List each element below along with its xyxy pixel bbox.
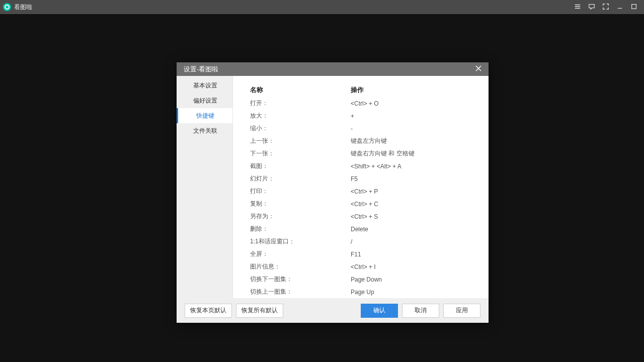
table-row: 打开：<Ctrl> + O (250, 97, 478, 110)
shortcut-key: + (351, 113, 478, 120)
restore-all-defaults-button[interactable]: 恢复所有默认 (236, 304, 283, 318)
app-titlebar: 看图啦 (0, 0, 644, 14)
dialog-close-button[interactable] (473, 64, 484, 74)
table-row: 图片信息：<Ctrl> + I (250, 260, 478, 273)
shortcut-name: 放大： (250, 112, 351, 120)
shortcut-key: <Ctrl> + S (351, 213, 478, 220)
shortcuts-panel: 名称 操作 打开：<Ctrl> + O放大：+缩小：-上一张：键盘左方向键下一张… (233, 76, 489, 298)
feedback-button[interactable] (585, 0, 599, 14)
app-logo-icon (3, 3, 11, 11)
shortcut-name: 打印： (250, 187, 351, 196)
column-header-name: 名称 (250, 85, 351, 95)
table-row: 全屏：F11 (250, 248, 478, 260)
shortcut-key: <Ctrl> + I (351, 263, 478, 270)
shortcut-key: - (351, 125, 478, 132)
shortcut-name: 图片信息： (250, 262, 351, 271)
dialog-titlebar: 设置-看图啦 (177, 62, 489, 76)
table-row: 切换上一图集：Page Up (250, 286, 478, 298)
minimize-button[interactable] (613, 0, 627, 14)
sidebar-item-3[interactable]: 文件关联 (177, 123, 232, 138)
shortcut-name: 截图： (250, 162, 351, 170)
sidebar-item-label: 基本设置 (193, 81, 217, 90)
table-row: 上一张：键盘左方向键 (250, 135, 478, 147)
shortcut-key: F11 (351, 251, 478, 258)
shortcut-name: 缩小： (250, 124, 351, 133)
shortcut-name: 下一张： (250, 149, 351, 158)
svg-rect-0 (632, 4, 636, 9)
dialog-title: 设置-看图啦 (184, 65, 218, 74)
table-row: 缩小：- (250, 122, 478, 135)
shortcut-key: 键盘左方向键 (351, 137, 478, 145)
table-row: 另存为：<Ctrl> + S (250, 210, 478, 223)
cancel-button[interactable]: 取消 (402, 304, 439, 318)
menu-button[interactable] (571, 0, 585, 14)
shortcut-name: 切换上一图集： (250, 288, 351, 296)
ok-button[interactable]: 确认 (361, 304, 398, 318)
shortcut-name: 全屏： (250, 250, 351, 258)
maximize-icon (630, 3, 637, 12)
shortcut-name: 上一张： (250, 137, 351, 145)
settings-dialog: 设置-看图啦 基本设置偏好设置快捷键文件关联 名称 操作 打开：<Ctrl> +… (177, 62, 489, 323)
table-row: 切换下一图集：Page Down (250, 273, 478, 286)
shortcut-name: 切换下一图集： (250, 275, 351, 284)
shortcut-key: <Ctrl> + O (351, 100, 478, 107)
sidebar-item-label: 文件关联 (193, 127, 217, 135)
apply-button[interactable]: 应用 (443, 304, 480, 318)
shortcut-key: <Ctrl> + P (351, 188, 478, 195)
table-row: 截图：<Shift> + <Alt> + A (250, 160, 478, 172)
sidebar-item-1[interactable]: 偏好设置 (177, 93, 232, 108)
shortcut-name: 另存为： (250, 212, 351, 221)
shortcut-key: Delete (351, 226, 478, 233)
table-row: 复制：<Ctrl> + C (250, 198, 478, 210)
shortcuts-table: 名称 操作 打开：<Ctrl> + O放大：+缩小：-上一张：键盘左方向键下一张… (250, 83, 478, 298)
shortcut-key: Page Up (351, 289, 478, 296)
fullscreen-button[interactable] (599, 0, 613, 14)
shortcut-key: F5 (351, 175, 478, 183)
sidebar-item-label: 快捷键 (196, 112, 214, 120)
restore-page-defaults-button[interactable]: 恢复本页默认 (185, 304, 232, 318)
table-row: 幻灯片：F5 (250, 172, 478, 185)
shortcut-name: 1:1和适应窗口： (250, 237, 351, 246)
dialog-footer: 恢复本页默认 恢复所有默认 确认 取消 应用 (177, 298, 489, 323)
hamburger-icon (574, 3, 581, 12)
table-row: 下一张：键盘右方向键 和 空格键 (250, 147, 478, 160)
shortcut-key: Page Down (351, 276, 478, 283)
shortcut-name: 打开： (250, 99, 351, 108)
shortcut-name: 复制： (250, 200, 351, 208)
shortcut-name: 幻灯片： (250, 174, 351, 183)
column-header-op: 操作 (351, 85, 478, 95)
main-canvas: 设置-看图啦 基本设置偏好设置快捷键文件关联 名称 操作 打开：<Ctrl> +… (0, 14, 644, 362)
sidebar-item-label: 偏好设置 (193, 97, 217, 105)
shortcut-key: <Ctrl> + C (351, 201, 478, 208)
shortcut-name: 删除： (250, 225, 351, 233)
shortcut-key: / (351, 238, 478, 245)
speech-bubble-icon (588, 3, 595, 12)
settings-sidebar: 基本设置偏好设置快捷键文件关联 (177, 76, 233, 298)
shortcut-key: 键盘右方向键 和 空格键 (351, 149, 478, 158)
expand-icon (602, 3, 609, 12)
maximize-button[interactable] (627, 0, 641, 14)
shortcut-key: <Shift> + <Alt> + A (351, 163, 478, 170)
table-row: 放大：+ (250, 110, 478, 122)
app-title: 看图啦 (14, 3, 32, 12)
table-row: 1:1和适应窗口：/ (250, 235, 478, 248)
table-row: 删除：Delete (250, 223, 478, 235)
minimize-icon (616, 3, 623, 12)
close-icon (475, 65, 481, 73)
table-row: 打印：<Ctrl> + P (250, 185, 478, 198)
sidebar-item-0[interactable]: 基本设置 (177, 78, 232, 93)
sidebar-item-2[interactable]: 快捷键 (177, 108, 232, 123)
